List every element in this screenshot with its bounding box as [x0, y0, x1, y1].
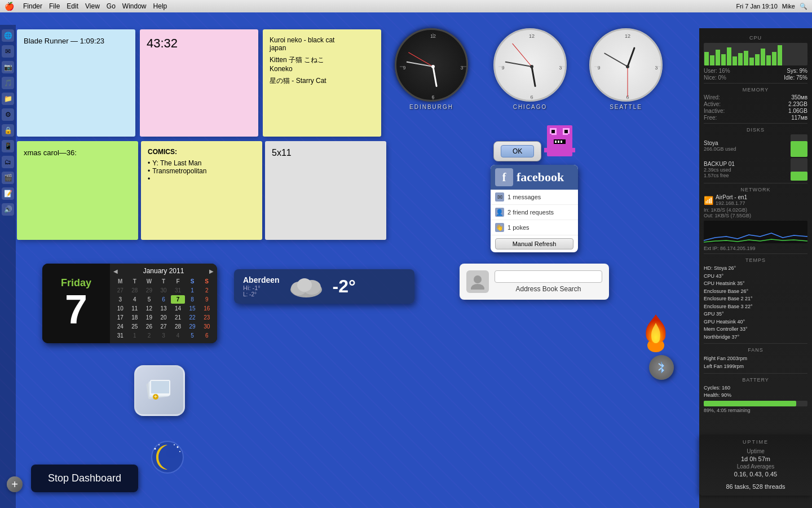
- japan-line2: japan: [270, 44, 374, 52]
- cal-day-26[interactable]: 26: [142, 322, 156, 331]
- calendar-day-number: 7: [65, 289, 87, 330]
- cal-day-27a[interactable]: 27: [113, 286, 127, 295]
- cal-day-1b[interactable]: 1: [128, 331, 142, 340]
- sticky-note-xmas[interactable]: xmas carol—36:: [17, 141, 138, 240]
- cal-day-5b[interactable]: 5: [186, 331, 200, 340]
- fb-icon: f: [495, 168, 513, 186]
- calendar-prev-button[interactable]: ◀: [113, 268, 118, 274]
- cal-day-23[interactable]: 23: [200, 313, 214, 322]
- cal-day-13[interactable]: 13: [157, 304, 171, 313]
- sticky-note-blade-runner[interactable]: Blade Runner — 1:09:23: [17, 29, 135, 137]
- dock-icon-8[interactable]: 📱: [2, 140, 14, 152]
- cal-day-1[interactable]: 1: [186, 286, 200, 295]
- cal-day-5[interactable]: 5: [142, 295, 156, 304]
- clippings-icon: +: [144, 375, 175, 406]
- weather-info: Aberdeen Hi: -1° L: -2°: [243, 275, 280, 297]
- cal-day-4[interactable]: 4: [128, 295, 142, 304]
- fb-logo-text: facebook: [517, 170, 564, 185]
- cal-day-30[interactable]: 30: [200, 322, 214, 331]
- menu-edit[interactable]: Edit: [67, 2, 78, 10]
- menu-file[interactable]: File: [49, 2, 60, 10]
- fb-pokes-text: 1 pokes: [508, 224, 529, 231]
- dock-icon-11[interactable]: 📝: [2, 187, 14, 200]
- istat-battery-fill: [704, 401, 796, 406]
- cal-day-3[interactable]: 3: [113, 295, 127, 304]
- menu-view[interactable]: View: [85, 2, 100, 10]
- cal-day-6b[interactable]: 6: [200, 331, 214, 340]
- cal-day-17[interactable]: 17: [113, 313, 127, 322]
- comics-bullet1: •: [148, 159, 150, 167]
- cal-day-19[interactable]: 19: [142, 313, 156, 322]
- dock-icon-4[interactable]: 🎵: [2, 77, 14, 89]
- cal-day-31a[interactable]: 31: [171, 286, 185, 295]
- menu-window[interactable]: Window: [122, 2, 147, 10]
- cal-day-18[interactable]: 18: [128, 313, 142, 322]
- cal-day-9[interactable]: 9: [200, 295, 214, 304]
- dock-icon-1[interactable]: 🌐: [2, 29, 14, 42]
- cal-day-29[interactable]: 29: [186, 322, 200, 331]
- flame-icon: [642, 312, 670, 354]
- dock-icon-7[interactable]: 🔒: [2, 124, 14, 137]
- cal-day-12[interactable]: 12: [142, 304, 156, 313]
- menu-finder[interactable]: Finder: [23, 2, 42, 10]
- note-blade-runner-text: Blade Runner — 1:09:23: [24, 37, 104, 45]
- cal-day-27b[interactable]: 27: [157, 322, 171, 331]
- menubar-search-icon[interactable]: 🔍: [800, 3, 807, 10]
- stop-dashboard-button[interactable]: Stop Dashboard: [31, 465, 138, 492]
- istat-temp-enc1: Enclosure Base 26°: [704, 288, 807, 296]
- bluetooth-widget[interactable]: [649, 355, 674, 380]
- cal-day-4b[interactable]: 4: [171, 331, 185, 340]
- cal-day-22[interactable]: 22: [186, 313, 200, 322]
- fb-pokes-row: 👋 1 pokes: [491, 220, 578, 235]
- dock-icon-2[interactable]: ✉: [2, 45, 14, 58]
- istat-divider-3: [704, 183, 807, 183]
- dock-icon-3[interactable]: 📷: [2, 61, 14, 73]
- dock-icon-10[interactable]: 🎬: [2, 172, 14, 184]
- cal-day-15[interactable]: 15: [186, 304, 200, 313]
- istat-divider-1: [704, 83, 807, 84]
- address-book-search-area: Address Book Search: [495, 270, 602, 293]
- menu-go[interactable]: Go: [107, 2, 116, 10]
- cal-day-25[interactable]: 25: [128, 322, 142, 331]
- cal-day-28a[interactable]: 28: [128, 286, 142, 295]
- apple-menu[interactable]: 🍎: [5, 2, 14, 11]
- cal-day-6[interactable]: 6: [157, 295, 171, 304]
- cal-day-29a[interactable]: 29: [142, 286, 156, 295]
- fb-refresh-button[interactable]: Manual Refresh: [495, 238, 573, 249]
- cal-day-24[interactable]: 24: [113, 322, 127, 331]
- cal-day-28[interactable]: 28: [171, 322, 185, 331]
- menu-help[interactable]: Help: [153, 2, 167, 10]
- cal-day-7[interactable]: 7: [171, 295, 185, 304]
- cal-day-8[interactable]: 8: [186, 295, 200, 304]
- sticky-note-5x11[interactable]: 5x11: [265, 141, 386, 240]
- sticky-note-comics[interactable]: COMICS: • Y: The Last Man • Transmetropo…: [141, 141, 262, 240]
- dock-icon-5[interactable]: 📁: [2, 93, 14, 105]
- cal-day-2b[interactable]: 2: [142, 331, 156, 340]
- ok-button[interactable]: OK: [501, 145, 534, 157]
- cal-day-16[interactable]: 16: [200, 304, 214, 313]
- sticky-note-japan[interactable]: Kuroi neko - black cat japan Kitten 子猫 こ…: [263, 29, 381, 137]
- add-widget-button[interactable]: +: [7, 476, 23, 492]
- cal-day-14[interactable]: 14: [171, 304, 185, 313]
- ok-dialog: OK: [493, 141, 541, 161]
- edinburgh-label: EDINBURGH: [409, 104, 453, 110]
- cal-day-21[interactable]: 21: [171, 313, 185, 322]
- cal-day-31b[interactable]: 31: [113, 331, 127, 340]
- cal-day-20[interactable]: 20: [157, 313, 171, 322]
- address-book-widget: Address Book Search: [460, 264, 609, 300]
- dock-icon-12[interactable]: 🔊: [2, 203, 14, 216]
- cal-day-3b[interactable]: 3: [157, 331, 171, 340]
- dock-icon-9[interactable]: 🗂: [2, 156, 14, 168]
- address-book-search-input[interactable]: [495, 270, 602, 283]
- cal-day-30a[interactable]: 30: [157, 286, 171, 295]
- cal-day-10[interactable]: 10: [113, 304, 127, 313]
- svg-rect-59: [151, 381, 169, 393]
- clippings-widget[interactable]: +: [134, 365, 185, 416]
- bluetooth-icon: [655, 361, 668, 374]
- dock-icon-6[interactable]: ⚙: [2, 108, 14, 121]
- seattle-label: SEATTLE: [610, 104, 642, 110]
- cal-day-11[interactable]: 11: [128, 304, 142, 313]
- sticky-note-timer[interactable]: 43:32: [140, 29, 258, 137]
- cal-day-2[interactable]: 2: [200, 286, 214, 295]
- calendar-next-button[interactable]: ▶: [209, 268, 214, 274]
